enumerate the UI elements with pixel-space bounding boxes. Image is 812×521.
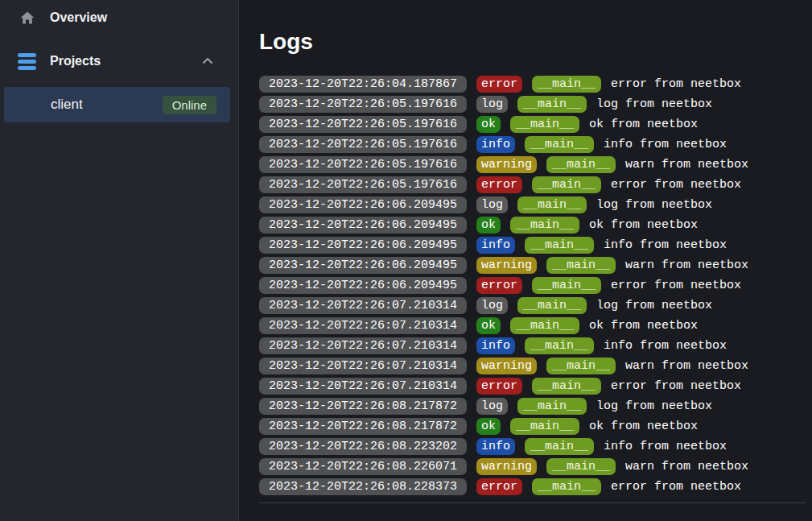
log-level-badge: info: [476, 438, 515, 455]
log-row: 2023-12-20T22:26:07.210314 log __main__ …: [259, 297, 806, 314]
log-row: 2023-12-20T22:26:06.209495 info __main__…: [259, 237, 806, 254]
log-timestamp-badge: 2023-12-20T22:26:05.197616: [259, 116, 467, 133]
home-icon: [18, 9, 36, 27]
log-timestamp-badge: 2023-12-20T22:26:08.217872: [259, 398, 467, 415]
log-row: 2023-12-20T22:26:08.223202 info __main__…: [259, 438, 806, 455]
log-timestamp-badge: 2023-12-20T22:26:05.197616: [259, 156, 467, 173]
sidebar-item-client[interactable]: client Online: [4, 87, 230, 122]
projects-list-icon: [18, 52, 36, 71]
log-module-badge: __main__: [517, 297, 587, 314]
log-message: info from neetbox: [604, 237, 727, 254]
log-timestamp-badge: 2023-12-20T22:26:06.209495: [259, 277, 467, 294]
log-timestamp-badge: 2023-12-20T22:26:07.210314: [259, 297, 467, 314]
log-row: 2023-12-20T22:26:08.226071 warning __mai…: [259, 458, 806, 475]
log-module-badge: __main__: [517, 196, 587, 213]
log-module-badge: __main__: [525, 237, 594, 254]
log-timestamp-badge: 2023-12-20T22:26:08.223202: [259, 438, 467, 455]
log-module-badge: __main__: [517, 96, 587, 113]
log-row: 2023-12-20T22:26:07.210314 error __main_…: [259, 378, 806, 395]
log-module-badge: __main__: [532, 76, 601, 93]
main-content: Logs 2023-12-20T22:26:04.187867 error __…: [239, 0, 812, 521]
log-module-badge: __main__: [546, 156, 616, 173]
log-timestamp-badge: 2023-12-20T22:26:08.228373: [259, 478, 467, 495]
log-timestamp-badge: 2023-12-20T22:26:07.210314: [259, 358, 467, 374]
log-level-badge: ok: [476, 317, 501, 334]
log-message: log from neetbox: [596, 398, 712, 415]
log-message: error from neetbox: [611, 76, 741, 93]
log-level-badge: warning: [476, 156, 537, 173]
log-list-bottom-divider: [259, 502, 806, 503]
log-level-badge: info: [476, 237, 515, 254]
chevron-up-icon[interactable]: [201, 55, 214, 68]
log-module-badge: __main__: [532, 378, 601, 395]
log-row: 2023-12-20T22:26:07.210314 ok __main__ o…: [259, 317, 806, 334]
log-module-badge: __main__: [517, 398, 587, 415]
log-timestamp-badge: 2023-12-20T22:26:05.197616: [259, 96, 467, 113]
log-row: 2023-12-20T22:26:08.228373 error __main_…: [259, 478, 806, 495]
log-level-badge: error: [476, 176, 522, 193]
sidebar-item-projects[interactable]: Projects: [0, 43, 238, 79]
log-message: ok from neetbox: [589, 116, 698, 133]
log-module-badge: __main__: [532, 176, 601, 193]
log-message: error from neetbox: [611, 378, 741, 395]
log-level-badge: error: [476, 277, 522, 294]
log-message: warn from neetbox: [625, 358, 748, 374]
log-module-badge: __main__: [546, 358, 616, 374]
log-row: 2023-12-20T22:26:06.209495 warning __mai…: [259, 257, 806, 274]
log-message: info from neetbox: [604, 438, 727, 455]
log-module-badge: __main__: [532, 277, 601, 294]
log-timestamp-badge: 2023-12-20T22:26:04.187867: [259, 76, 467, 93]
log-row: 2023-12-20T22:26:06.209495 ok __main__ o…: [259, 217, 806, 234]
log-row: 2023-12-20T22:26:06.209495 error __main_…: [259, 277, 806, 294]
log-row: 2023-12-20T22:26:06.209495 log __main__ …: [259, 196, 806, 213]
project-name: client: [51, 97, 83, 113]
log-row: 2023-12-20T22:26:05.197616 ok __main__ o…: [259, 116, 806, 133]
log-message: log from neetbox: [596, 297, 712, 314]
log-message: info from neetbox: [604, 337, 727, 354]
log-timestamp-badge: 2023-12-20T22:26:05.197616: [259, 176, 467, 193]
log-timestamp-badge: 2023-12-20T22:26:08.226071: [259, 458, 467, 475]
log-message: error from neetbox: [611, 277, 741, 294]
log-level-badge: log: [476, 96, 508, 113]
log-message: error from neetbox: [611, 176, 741, 193]
log-row: 2023-12-20T22:26:08.217872 ok __main__ o…: [259, 418, 806, 435]
log-timestamp-badge: 2023-12-20T22:26:06.209495: [259, 257, 467, 274]
sidebar-item-label: Projects: [50, 54, 101, 68]
log-message: ok from neetbox: [589, 217, 698, 234]
log-timestamp-badge: 2023-12-20T22:26:08.217872: [259, 418, 467, 435]
log-row: 2023-12-20T22:26:07.210314 info __main__…: [259, 337, 806, 354]
log-level-badge: error: [476, 76, 522, 93]
log-module-badge: __main__: [525, 438, 594, 455]
log-level-badge: ok: [476, 217, 501, 234]
log-timestamp-badge: 2023-12-20T22:26:07.210314: [259, 378, 467, 395]
log-module-badge: __main__: [525, 136, 594, 153]
log-message: log from neetbox: [596, 196, 712, 213]
log-module-badge: __main__: [510, 116, 579, 133]
log-row: 2023-12-20T22:26:08.217872 log __main__ …: [259, 398, 806, 415]
log-level-badge: ok: [476, 418, 501, 435]
log-row: 2023-12-20T22:26:05.197616 error __main_…: [259, 176, 806, 193]
log-timestamp-badge: 2023-12-20T22:26:06.209495: [259, 237, 467, 254]
log-message: warn from neetbox: [625, 458, 748, 475]
log-module-badge: __main__: [525, 337, 594, 354]
page-title: Logs: [259, 29, 806, 55]
sidebar-item-label: Overview: [50, 10, 107, 25]
log-timestamp-badge: 2023-12-20T22:26:07.210314: [259, 317, 467, 334]
sidebar: Overview Projects client Online: [0, 0, 239, 521]
log-level-badge: log: [476, 196, 508, 213]
log-timestamp-badge: 2023-12-20T22:26:06.209495: [259, 196, 467, 213]
log-module-badge: __main__: [510, 317, 579, 334]
log-row: 2023-12-20T22:26:05.197616 info __main__…: [259, 136, 806, 153]
log-timestamp-badge: 2023-12-20T22:26:06.209495: [259, 217, 467, 234]
log-row: 2023-12-20T22:26:04.187867 error __main_…: [259, 76, 806, 93]
status-badge: Online: [163, 96, 216, 114]
sidebar-item-overview[interactable]: Overview: [0, 0, 238, 35]
log-module-badge: __main__: [510, 217, 579, 234]
log-level-badge: log: [476, 398, 508, 415]
log-list: 2023-12-20T22:26:04.187867 error __main_…: [259, 76, 806, 495]
log-timestamp-badge: 2023-12-20T22:26:05.197616: [259, 136, 467, 153]
log-message: error from neetbox: [611, 478, 741, 495]
log-row: 2023-12-20T22:26:05.197616 log __main__ …: [259, 96, 806, 113]
log-row: 2023-12-20T22:26:07.210314 warning __mai…: [259, 358, 806, 374]
log-row: 2023-12-20T22:26:05.197616 warning __mai…: [259, 156, 806, 173]
